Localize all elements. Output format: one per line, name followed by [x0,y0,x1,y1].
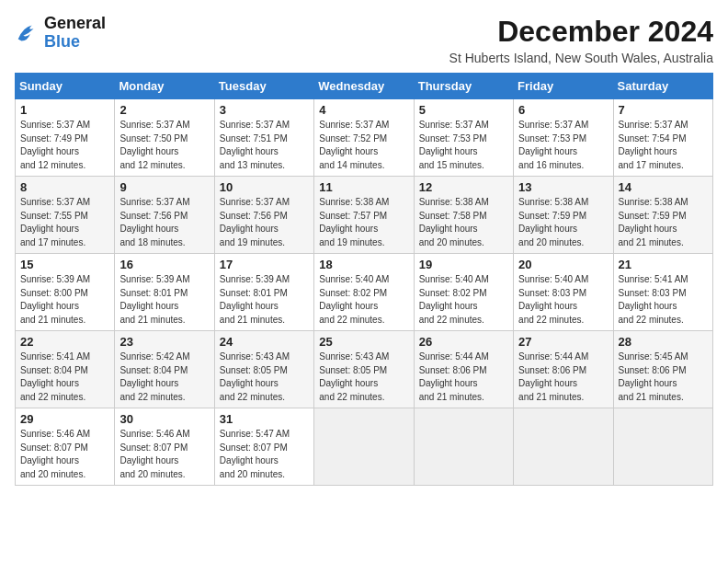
day-info: Sunrise: 5:44 AM Sunset: 8:06 PM Dayligh… [419,350,508,404]
calendar-cell: 17 Sunrise: 5:39 AM Sunset: 8:01 PM Dayl… [214,254,313,331]
logo-icon [15,20,40,46]
calendar-table: Sunday Monday Tuesday Wednesday Thursday… [15,73,713,486]
day-info: Sunrise: 5:43 AM Sunset: 8:05 PM Dayligh… [319,350,408,404]
calendar-cell: 24 Sunrise: 5:43 AM Sunset: 8:05 PM Dayl… [214,331,313,408]
day-number: 22 [20,335,109,349]
day-number: 5 [419,103,508,117]
calendar-cell: 7 Sunrise: 5:37 AM Sunset: 7:54 PM Dayli… [613,99,712,177]
days-header-row: Sunday Monday Tuesday Wednesday Thursday… [16,74,713,99]
day-info: Sunrise: 5:37 AM Sunset: 7:53 PM Dayligh… [419,119,508,172]
day-number: 11 [319,180,408,194]
day-number: 31 [220,412,309,426]
week-row-3: 15 Sunrise: 5:39 AM Sunset: 8:00 PM Dayl… [16,254,713,331]
day-info: Sunrise: 5:41 AM Sunset: 8:03 PM Dayligh… [619,273,708,327]
day-number: 4 [319,103,408,117]
day-info: Sunrise: 5:37 AM Sunset: 7:56 PM Dayligh… [220,196,309,249]
calendar-cell: 31 Sunrise: 5:47 AM Sunset: 8:07 PM Dayl… [214,408,313,486]
calendar-cell: 23 Sunrise: 5:42 AM Sunset: 8:04 PM Dayl… [115,331,214,408]
day-info: Sunrise: 5:37 AM Sunset: 7:54 PM Dayligh… [619,119,708,172]
day-number: 26 [419,335,508,349]
calendar-cell: 13 Sunrise: 5:38 AM Sunset: 7:59 PM Dayl… [514,177,613,254]
day-number: 30 [119,412,209,426]
day-number: 3 [220,103,309,117]
day-number: 27 [518,335,608,349]
day-number: 15 [20,258,109,271]
day-info: Sunrise: 5:43 AM Sunset: 8:05 PM Dayligh… [220,350,309,404]
header-friday: Friday [514,74,613,99]
header-monday: Monday [115,74,214,99]
day-info: Sunrise: 5:38 AM Sunset: 7:59 PM Dayligh… [619,196,708,249]
day-info: Sunrise: 5:40 AM Sunset: 8:02 PM Dayligh… [419,273,508,327]
calendar-title: December 2024 [449,15,713,49]
calendar-cell: 12 Sunrise: 5:38 AM Sunset: 7:58 PM Dayl… [414,177,513,254]
calendar-cell: 4 Sunrise: 5:37 AM Sunset: 7:52 PM Dayli… [314,99,414,177]
calendar-cell: 5 Sunrise: 5:37 AM Sunset: 7:53 PM Dayli… [414,99,513,177]
day-info: Sunrise: 5:37 AM Sunset: 7:49 PM Dayligh… [20,119,109,172]
header-saturday: Saturday [613,74,712,99]
day-number: 23 [119,335,209,349]
calendar-cell [414,408,513,486]
day-number: 25 [319,335,408,349]
page-header: General Blue December 2024 St Huberts Is… [15,15,713,65]
calendar-cell: 20 Sunrise: 5:40 AM Sunset: 8:03 PM Dayl… [514,254,613,331]
day-info: Sunrise: 5:46 AM Sunset: 8:07 PM Dayligh… [119,428,209,481]
calendar-cell: 15 Sunrise: 5:39 AM Sunset: 8:00 PM Dayl… [16,254,115,331]
day-number: 19 [419,258,508,271]
day-info: Sunrise: 5:40 AM Sunset: 8:03 PM Dayligh… [518,273,608,327]
header-wednesday: Wednesday [314,74,414,99]
logo-text-line1: General [44,15,106,33]
day-number: 24 [220,335,309,349]
calendar-cell: 22 Sunrise: 5:41 AM Sunset: 8:04 PM Dayl… [16,331,115,408]
calendar-cell: 3 Sunrise: 5:37 AM Sunset: 7:51 PM Dayli… [214,99,313,177]
header-sunday: Sunday [16,74,115,99]
calendar-cell: 21 Sunrise: 5:41 AM Sunset: 8:03 PM Dayl… [613,254,712,331]
logo-text-line2: Blue [44,33,106,52]
day-number: 29 [20,412,109,426]
calendar-cell: 11 Sunrise: 5:38 AM Sunset: 7:57 PM Dayl… [314,177,414,254]
day-info: Sunrise: 5:46 AM Sunset: 8:07 PM Dayligh… [20,428,109,481]
day-info: Sunrise: 5:45 AM Sunset: 8:06 PM Dayligh… [619,350,708,404]
day-info: Sunrise: 5:39 AM Sunset: 8:01 PM Dayligh… [119,273,209,327]
day-info: Sunrise: 5:40 AM Sunset: 8:02 PM Dayligh… [319,273,408,327]
calendar-cell: 27 Sunrise: 5:44 AM Sunset: 8:06 PM Dayl… [514,331,613,408]
calendar-cell: 28 Sunrise: 5:45 AM Sunset: 8:06 PM Dayl… [613,331,712,408]
calendar-cell: 29 Sunrise: 5:46 AM Sunset: 8:07 PM Dayl… [16,408,115,486]
calendar-cell [613,408,712,486]
day-number: 6 [518,103,608,117]
day-number: 7 [619,103,708,117]
week-row-2: 8 Sunrise: 5:37 AM Sunset: 7:55 PM Dayli… [16,177,713,254]
day-info: Sunrise: 5:38 AM Sunset: 7:58 PM Dayligh… [419,196,508,249]
calendar-cell: 14 Sunrise: 5:38 AM Sunset: 7:59 PM Dayl… [613,177,712,254]
day-info: Sunrise: 5:39 AM Sunset: 8:01 PM Dayligh… [220,273,309,327]
day-number: 8 [20,180,109,194]
day-number: 9 [119,180,209,194]
day-info: Sunrise: 5:41 AM Sunset: 8:04 PM Dayligh… [20,350,109,404]
day-info: Sunrise: 5:38 AM Sunset: 7:59 PM Dayligh… [518,196,608,249]
day-info: Sunrise: 5:38 AM Sunset: 7:57 PM Dayligh… [319,196,408,249]
week-row-1: 1 Sunrise: 5:37 AM Sunset: 7:49 PM Dayli… [16,99,713,177]
calendar-cell: 19 Sunrise: 5:40 AM Sunset: 8:02 PM Dayl… [414,254,513,331]
day-info: Sunrise: 5:37 AM Sunset: 7:50 PM Dayligh… [119,119,209,172]
calendar-cell: 9 Sunrise: 5:37 AM Sunset: 7:56 PM Dayli… [115,177,214,254]
day-info: Sunrise: 5:37 AM Sunset: 7:51 PM Dayligh… [220,119,309,172]
calendar-cell: 1 Sunrise: 5:37 AM Sunset: 7:49 PM Dayli… [16,99,115,177]
calendar-cell [514,408,613,486]
day-number: 1 [20,103,109,117]
day-info: Sunrise: 5:47 AM Sunset: 8:07 PM Dayligh… [220,428,309,481]
title-block: December 2024 St Huberts Island, New Sou… [449,15,713,65]
day-info: Sunrise: 5:37 AM Sunset: 7:53 PM Dayligh… [518,119,608,172]
day-info: Sunrise: 5:42 AM Sunset: 8:04 PM Dayligh… [119,350,209,404]
week-row-4: 22 Sunrise: 5:41 AM Sunset: 8:04 PM Dayl… [16,331,713,408]
header-thursday: Thursday [414,74,513,99]
day-info: Sunrise: 5:37 AM Sunset: 7:55 PM Dayligh… [20,196,109,249]
calendar-cell: 30 Sunrise: 5:46 AM Sunset: 8:07 PM Dayl… [115,408,214,486]
day-number: 18 [319,258,408,271]
day-number: 16 [119,258,209,271]
day-number: 12 [419,180,508,194]
calendar-cell: 26 Sunrise: 5:44 AM Sunset: 8:06 PM Dayl… [414,331,513,408]
day-number: 21 [619,258,708,271]
logo: General Blue [15,15,106,52]
day-number: 17 [220,258,309,271]
calendar-subtitle: St Huberts Island, New South Wales, Aust… [449,51,713,65]
day-number: 20 [518,258,608,271]
